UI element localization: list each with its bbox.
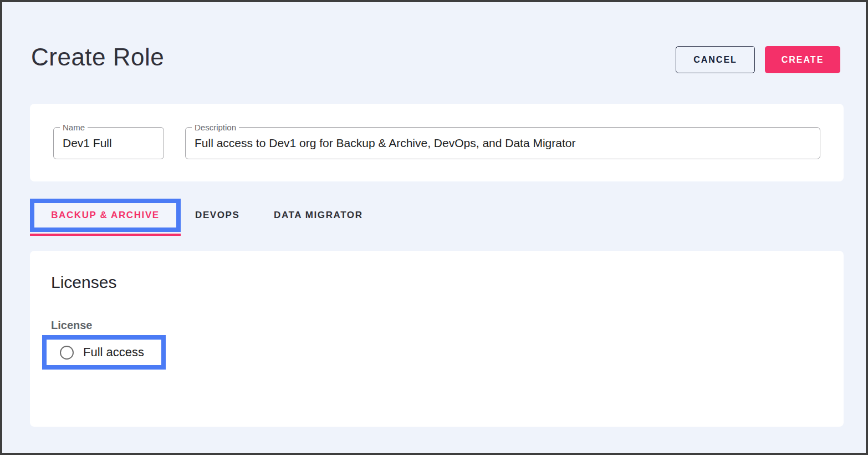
tab-devops[interactable]: DEVOPS <box>195 199 239 232</box>
description-field-label: Description <box>192 122 239 133</box>
description-field[interactable]: Description <box>185 127 820 159</box>
page-title: Create Role <box>31 43 164 71</box>
license-option-full-access[interactable]: Full access <box>42 335 166 370</box>
licenses-card: Licenses License Full access <box>30 251 844 427</box>
license-option-label: Full access <box>83 345 144 360</box>
role-details-card: Name Description <box>30 104 844 181</box>
licenses-heading: Licenses <box>51 273 116 292</box>
tab-devops-label: DEVOPS <box>195 210 239 221</box>
name-field-label: Name <box>60 122 88 133</box>
license-group-label: License <box>51 319 92 332</box>
product-tabs: BACKUP & ARCHIVE DEVOPS DATA MIGRATOR <box>30 199 529 237</box>
name-field[interactable]: Name <box>53 127 164 159</box>
tab-data-migrator-label: DATA MIGRATOR <box>274 210 363 221</box>
tab-data-migrator[interactable]: DATA MIGRATOR <box>274 199 363 232</box>
tab-backup-and-archive[interactable]: BACKUP & ARCHIVE <box>30 199 181 232</box>
cancel-button[interactable]: CANCEL <box>676 46 755 73</box>
create-button[interactable]: CREATE <box>765 46 840 73</box>
header-actions: CANCEL CREATE <box>676 46 840 73</box>
radio-button-icon[interactable] <box>60 346 74 360</box>
active-tab-indicator <box>30 234 181 236</box>
tab-backup-and-archive-label: BACKUP & ARCHIVE <box>51 210 160 221</box>
description-input[interactable] <box>186 128 820 159</box>
